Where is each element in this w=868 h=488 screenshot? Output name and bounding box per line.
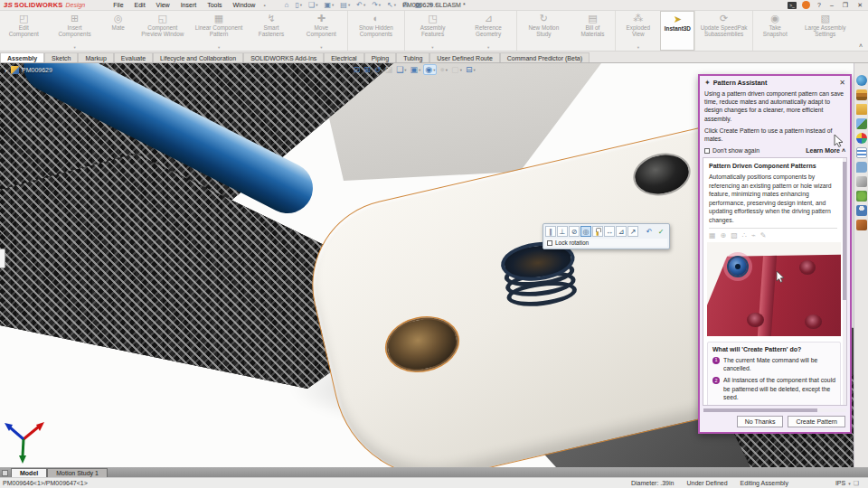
view-palette-icon[interactable] xyxy=(856,118,867,129)
tab-electrical[interactable]: Electrical xyxy=(324,52,363,62)
distance-mate-icon[interactable]: ↔ xyxy=(604,226,615,237)
open-property-manager-icon[interactable]: ↗ xyxy=(627,226,638,237)
motion-study-tab[interactable]: Motion Study 1 xyxy=(47,468,108,477)
model-tab[interactable]: Model xyxy=(11,468,47,477)
restore-button[interactable]: ❐ xyxy=(841,2,850,9)
user-avatar[interactable] xyxy=(802,1,810,9)
feature-tree-flyout[interactable]: ▸ PM009629 xyxy=(5,66,52,74)
dont-show-again-checkbox[interactable] xyxy=(704,148,710,154)
add-ins-icon[interactable] xyxy=(856,191,867,202)
edit-appearance-icon[interactable]: ●▾ xyxy=(439,65,448,74)
pin-icon[interactable]: ▪ xyxy=(263,3,265,8)
help-icon[interactable]: ? xyxy=(816,2,823,8)
coincident-mate-icon[interactable]: ∥ xyxy=(545,226,556,237)
edit-component-button[interactable]: ◰ Edit Component xyxy=(0,11,47,51)
mate-button[interactable]: ◎ Mate xyxy=(102,11,135,51)
tab-assembly[interactable]: Assembly xyxy=(0,52,44,62)
menu-file[interactable]: File xyxy=(108,1,127,9)
section-view-icon[interactable]: ◪ xyxy=(384,65,394,74)
exploded-view-button[interactable]: ⁂ Exploded View ▾ xyxy=(615,11,660,51)
lock-rotation-checkbox[interactable] xyxy=(547,240,552,246)
accept-mate-icon[interactable]: ✓ xyxy=(656,226,666,237)
instant3d-button[interactable]: ➤ Instant3D xyxy=(660,11,694,51)
reference-geometry-button[interactable]: ⊿ Reference Geometry ▾ xyxy=(460,11,516,51)
unit-system-selector[interactable]: IPS ▾ ❏ xyxy=(835,480,859,487)
zoom-to-fit-icon[interactable]: ⊡ xyxy=(353,65,362,74)
expand-arrow-icon[interactable]: ▸ xyxy=(5,67,8,73)
feature-manager-flyout-tab[interactable] xyxy=(0,249,5,268)
display-style-icon[interactable]: ▣▾ xyxy=(410,65,422,74)
tab-lifecycle-and-collaboration[interactable]: Lifecycle and Collaboration xyxy=(153,52,243,62)
dialog-header[interactable]: ✦ Pattern Assistant ✕ xyxy=(700,76,850,89)
open-icon[interactable]: ❏▾ xyxy=(306,1,320,9)
learn-more-link[interactable]: Learn More ˄ xyxy=(806,147,845,154)
user-community-icon[interactable] xyxy=(856,205,867,216)
design-library-icon[interactable] xyxy=(856,89,867,100)
tab-tubing[interactable]: Tubing xyxy=(396,52,429,62)
ribbon-collapse-icon[interactable]: ˄ xyxy=(854,42,868,51)
close-icon[interactable]: ✕ xyxy=(839,79,845,87)
redo-icon[interactable]: ↷▾ xyxy=(369,1,383,9)
close-button[interactable]: ✕ xyxy=(855,2,864,9)
spring-component[interactable] xyxy=(499,238,583,317)
file-properties-icon[interactable]: ▦ xyxy=(412,1,425,9)
linear-component-pattern-button[interactable]: ▦ Linear Component Pattern ▾ xyxy=(191,11,247,51)
tab-sketch[interactable]: Sketch xyxy=(44,52,78,62)
solidworks-forum-icon[interactable] xyxy=(856,162,867,173)
tab-piping[interactable]: Piping xyxy=(364,52,396,62)
angle-mate-icon[interactable]: ⊿ xyxy=(616,226,627,237)
lock-mate-icon[interactable]: ▮ xyxy=(592,226,603,237)
component-preview-window-button[interactable]: ◱ Component Preview Window xyxy=(135,11,191,51)
collapse-caret-icon[interactable]: ˄ xyxy=(842,147,845,154)
undo-icon[interactable]: ↶▾ xyxy=(354,1,368,9)
bill-of-materials-button[interactable]: ▤ Bill of Materials xyxy=(570,11,615,51)
appearances-scenes-icon[interactable] xyxy=(856,133,867,144)
home-icon[interactable]: ⌂ xyxy=(282,1,292,9)
minimize-button[interactable]: – xyxy=(828,2,835,8)
apply-scene-icon[interactable]: ▢▾ xyxy=(450,65,463,74)
attach-icon[interactable]: ✇ xyxy=(400,1,411,9)
move-component-button[interactable]: ✚ Move Component ▾ xyxy=(296,11,347,51)
learn-more-panel[interactable]: Pattern Driven Component Patterns Automa… xyxy=(703,157,847,406)
perpendicular-mate-icon[interactable]: ⊥ xyxy=(557,226,568,237)
tab-user-defined-route[interactable]: User Defined Route xyxy=(429,52,499,62)
menu-view[interactable]: View xyxy=(152,1,175,9)
smart-fasteners-button[interactable]: ↯ Smart Fasteners xyxy=(247,11,296,51)
scrollbar-thumb[interactable] xyxy=(843,162,846,300)
zoom-to-area-icon[interactable]: ⊞ xyxy=(363,65,373,74)
previous-view-icon[interactable]: ↺ xyxy=(373,65,382,74)
take-snapshot-button[interactable]: ◉ Take Snapshot xyxy=(752,11,797,51)
menu-tools[interactable]: Tools xyxy=(203,1,226,9)
save-icon[interactable]: ▣▾ xyxy=(322,1,337,9)
window-layout-icon[interactable] xyxy=(2,470,8,476)
tab-command-predictor-beta[interactable]: Command Predictor (Beta) xyxy=(500,52,590,62)
file-explorer-icon[interactable] xyxy=(856,104,867,115)
assembly-features-button[interactable]: ◳ Assembly Features ▾ xyxy=(404,11,460,51)
menu-insert[interactable]: Insert xyxy=(176,1,202,9)
insert-components-button[interactable]: ⊞ Insert Components ▾ xyxy=(47,11,101,51)
tags-icon[interactable]: ❏ xyxy=(854,480,859,487)
solidworks-resources-icon[interactable] xyxy=(856,75,867,86)
create-pattern-button[interactable]: Create Pattern xyxy=(788,416,845,427)
hide-show-items-icon[interactable]: ◉▾ xyxy=(423,64,437,75)
new-document-icon[interactable]: ▯▾ xyxy=(292,1,305,9)
large-assembly-settings-button[interactable]: ▧ Large Assembly Settings xyxy=(797,11,854,51)
update-speedpak-subassemblies-button[interactable]: ⟳ Update SpeedPak Subassemblies xyxy=(694,11,751,51)
tangent-mate-icon[interactable]: ⊘ xyxy=(569,226,580,237)
concentric-mate-icon[interactable]: ◎ xyxy=(580,226,591,237)
options-icon[interactable]: ✳▾ xyxy=(425,1,439,9)
no-thanks-button[interactable]: No Thanks xyxy=(737,416,784,427)
command-search-icon[interactable]: >_ xyxy=(788,2,797,9)
print-icon[interactable]: ▤▾ xyxy=(337,1,353,9)
custom-task-pane-icon[interactable] xyxy=(856,220,867,230)
pack-and-go-icon[interactable] xyxy=(856,176,867,187)
tab-solidworks-add-ins[interactable]: SOLIDWORKS Add-Ins xyxy=(243,52,324,62)
custom-properties-icon[interactable] xyxy=(856,147,867,158)
view-settings-icon[interactable]: ⊟▾ xyxy=(465,65,476,74)
vertical-scrollbar[interactable] xyxy=(843,158,846,405)
show-hidden-components-button[interactable]: ◐ Show Hidden Components xyxy=(347,11,404,51)
tab-evaluate[interactable]: Evaluate xyxy=(114,52,153,62)
new-motion-study-button[interactable]: ↻ New Motion Study xyxy=(516,11,570,51)
tab-markup[interactable]: Markup xyxy=(78,52,113,62)
undo-icon[interactable]: ↶ xyxy=(644,226,655,237)
